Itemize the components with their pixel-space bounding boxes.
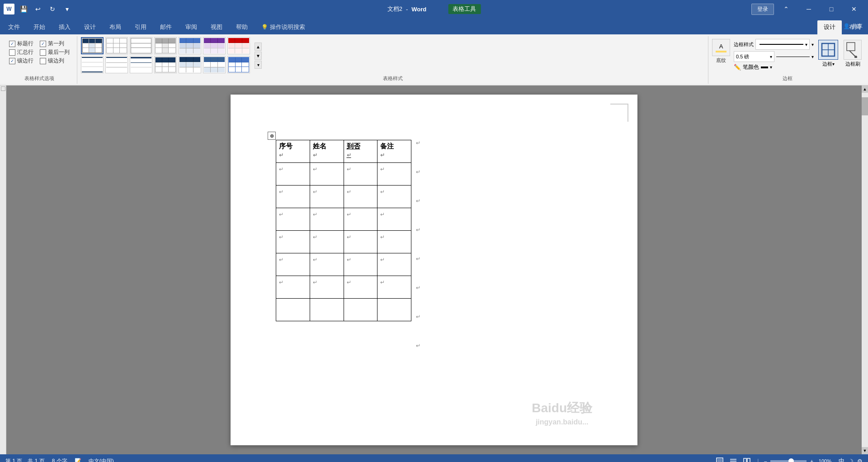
share-button[interactable]: 👤 共享 — [843, 23, 863, 30]
table-cell-5-4[interactable]: ↵ — [377, 231, 411, 253]
banded-rows-option[interactable]: ✓ 镶边行 — [9, 57, 33, 65]
tab-view[interactable]: 视图 — [204, 20, 229, 34]
border-width-select[interactable]: 0.5 磅 ▾ — [734, 51, 774, 62]
zoom-thumb[interactable] — [788, 458, 794, 462]
table-style-12[interactable] — [179, 56, 201, 73]
restore-button[interactable]: □ — [821, 0, 842, 18]
table-cell-2-1[interactable]: ↵ — [276, 163, 310, 186]
zoom-plus[interactable]: + — [810, 458, 813, 462]
border-style-select[interactable]: ▾ — [755, 39, 810, 50]
tab-help[interactable]: 帮助 — [230, 20, 254, 34]
gallery-scroll-up[interactable]: ▲ — [255, 43, 262, 51]
table-style-11[interactable] — [154, 56, 177, 73]
table-style-6[interactable] — [203, 37, 226, 54]
table-cell-8-4[interactable] — [377, 299, 411, 321]
table-cell-2-3[interactable]: ↵ — [344, 163, 377, 186]
table-style-3[interactable] — [130, 37, 152, 54]
table-style-8[interactable] — [81, 56, 104, 73]
customize-quick-access[interactable]: ▾ — [61, 3, 73, 15]
scroll-down-arrow[interactable]: ▼ — [862, 447, 868, 454]
scroll-track[interactable] — [862, 93, 868, 447]
pen-color-dropdown[interactable]: ▾ — [770, 65, 772, 70]
table-style-13[interactable] — [203, 56, 226, 73]
table-style-4[interactable] — [154, 37, 177, 54]
gallery-scroll-down[interactable]: ▼ — [255, 52, 262, 60]
table-style-1[interactable] — [81, 37, 104, 54]
shading-button[interactable]: A 底纹 — [712, 39, 730, 64]
scroll-thumb[interactable] — [862, 97, 868, 115]
table-cell-4-3[interactable]: ↵ — [344, 208, 377, 231]
table-style-7[interactable] — [227, 37, 250, 54]
first-col-checkbox[interactable]: ✓ — [40, 41, 46, 47]
table-style-5[interactable] — [179, 37, 201, 54]
table-cell-4-4[interactable]: ↵ — [377, 208, 411, 231]
table-cell-3-1[interactable]: ↵ — [276, 186, 310, 208]
minimize-button[interactable]: ─ — [798, 0, 819, 18]
table-cell-5-1[interactable]: ↵ — [276, 231, 310, 253]
zoom-slider[interactable] — [770, 460, 807, 462]
total-row-checkbox[interactable] — [9, 49, 15, 56]
tab-insert[interactable]: 插入 — [52, 20, 77, 34]
table-cell-7-1[interactable]: ↵ — [276, 276, 310, 299]
table-cell-header-2[interactable]: 姓名 ↵ — [310, 140, 344, 163]
table-cell-5-3[interactable]: ↵ — [344, 231, 377, 253]
gallery-more[interactable]: ▾ — [255, 61, 262, 69]
banded-cols-checkbox[interactable] — [40, 58, 46, 64]
table-cell-8-3[interactable] — [344, 299, 377, 321]
table-cell-7-4[interactable]: ↵ — [377, 276, 411, 299]
table-cell-header-3[interactable]: 到否 ↵ — [344, 140, 377, 163]
tab-home[interactable]: 开始 — [27, 20, 52, 34]
table-cell-6-3[interactable]: ↵ — [344, 253, 377, 276]
zoom-level[interactable]: 100% — [819, 458, 831, 462]
redo-button[interactable]: ↻ — [46, 3, 59, 15]
collapse-ribbon-button[interactable]: ⌃ — [776, 0, 797, 18]
table-cell-5-2[interactable]: ↵ — [310, 231, 344, 253]
table-style-14[interactable] — [227, 56, 250, 73]
table-cell-header-4[interactable]: 备注 ↵ — [377, 140, 411, 163]
border-dropdown-arrow[interactable]: ▾ — [832, 62, 835, 67]
table-cell-3-2[interactable]: ↵ — [310, 186, 344, 208]
table-style-9[interactable] — [105, 56, 128, 73]
header-row-option[interactable]: ✓ 标题行 — [9, 40, 33, 48]
scroll-up-arrow[interactable]: ▲ — [862, 86, 868, 93]
table-cell-2-4[interactable]: ↵ — [377, 163, 411, 186]
close-button[interactable]: ✕ — [844, 0, 864, 18]
header-row-checkbox[interactable]: ✓ — [9, 41, 15, 47]
table-style-10[interactable] — [130, 56, 152, 73]
tab-layout[interactable]: 布局 — [103, 20, 127, 34]
table-style-2[interactable] — [105, 37, 128, 54]
web-layout-view[interactable] — [728, 456, 738, 462]
vertical-scrollbar[interactable]: ▲ ▼ — [862, 86, 868, 454]
last-col-option[interactable]: 最后一列 — [40, 48, 70, 56]
pen-color-row[interactable]: ✏️ 笔颜色 ▾ — [734, 63, 814, 71]
save-button[interactable]: 💾 — [17, 3, 30, 15]
tab-references[interactable]: 引用 — [128, 20, 153, 34]
table-cell-7-2[interactable]: ↵ — [310, 276, 344, 299]
read-view[interactable] — [742, 456, 752, 462]
table-cell-8-2[interactable] — [310, 299, 344, 321]
table-cell-4-1[interactable]: ↵ — [276, 208, 310, 231]
last-col-checkbox[interactable] — [40, 49, 46, 56]
tab-table-design[interactable]: 设计 — [817, 20, 842, 34]
tab-file[interactable]: 文件 — [2, 20, 26, 34]
total-row-option[interactable]: 汇总行 — [9, 48, 33, 56]
border-width-dropdown[interactable]: ▾ — [811, 54, 814, 59]
tab-mailings[interactable]: 邮件 — [154, 20, 178, 34]
settings-icon[interactable]: ⚙ — [857, 458, 863, 462]
border-button[interactable]: 边框 ▾ — [817, 39, 839, 68]
banded-rows-checkbox[interactable]: ✓ — [9, 58, 15, 64]
undo-button[interactable]: ↩ — [32, 3, 44, 15]
table-cell-6-1[interactable]: ↵ — [276, 253, 310, 276]
table-cell-2-2[interactable]: ↵ — [310, 163, 344, 186]
login-button[interactable]: 登录 — [751, 4, 774, 15]
table-cell-6-2[interactable]: ↵ — [310, 253, 344, 276]
table-cell-3-4[interactable]: ↵ — [377, 186, 411, 208]
tab-design[interactable]: 设计 — [78, 20, 102, 34]
table-cell-header-1[interactable]: 序号 ↵ — [276, 140, 310, 163]
border-painter-button[interactable]: 边框刷 — [843, 39, 863, 68]
table-cell-3-3[interactable]: ↵ — [344, 186, 377, 208]
print-layout-view[interactable] — [715, 456, 725, 462]
table-cell-8-1[interactable] — [276, 299, 310, 321]
tab-review[interactable]: 审阅 — [179, 20, 203, 34]
border-style-dropdown-arrow[interactable]: ▾ — [811, 42, 814, 47]
